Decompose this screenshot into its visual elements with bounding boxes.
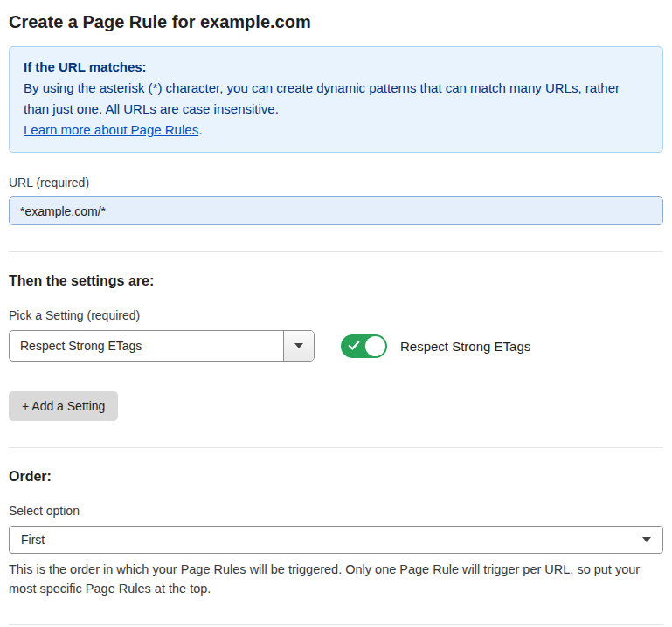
order-select-value: First: [21, 533, 45, 547]
setting-select-value: Respect Strong ETags: [10, 331, 283, 361]
learn-more-link[interactable]: Learn more about Page Rules: [24, 122, 198, 137]
order-select-label: Select option: [9, 504, 663, 518]
settings-section-heading: Then the settings are:: [9, 273, 663, 289]
add-setting-button[interactable]: + Add a Setting: [9, 391, 118, 421]
setting-picker-label: Pick a Setting (required): [9, 308, 663, 322]
page-rule-form: Create a Page Rule for example.com If th…: [0, 0, 672, 627]
etags-toggle-label: Respect Strong ETags: [400, 339, 530, 354]
url-input[interactable]: [9, 196, 663, 225]
divider: [9, 447, 663, 448]
url-match-info-box: If the URL matches: By using the asteris…: [9, 46, 663, 153]
order-help-text: This is the order in which your Page Rul…: [9, 560, 663, 598]
chevron-down-icon: [294, 343, 303, 348]
check-icon: [348, 340, 360, 352]
chevron-down-icon: [642, 537, 651, 542]
etags-toggle[interactable]: [341, 334, 387, 358]
link-suffix: .: [198, 122, 202, 137]
info-box-link-line: Learn more about Page Rules.: [24, 120, 648, 141]
info-box-body: By using the asterisk (*) character, you…: [24, 78, 648, 120]
etags-toggle-group: Respect Strong ETags: [341, 334, 530, 358]
info-box-heading: If the URL matches:: [24, 57, 648, 78]
order-section-heading: Order:: [9, 469, 663, 485]
divider: [9, 251, 663, 252]
order-select[interactable]: First: [9, 526, 663, 554]
setting-select-arrow-button[interactable]: [283, 331, 314, 361]
setting-select[interactable]: Respect Strong ETags: [9, 330, 315, 362]
url-field-label: URL (required): [9, 176, 663, 189]
divider: [9, 624, 663, 625]
toggle-knob: [365, 336, 385, 356]
setting-row: Respect Strong ETags Respect Strong ETag…: [9, 330, 663, 362]
page-title: Create a Page Rule for example.com: [9, 12, 663, 32]
